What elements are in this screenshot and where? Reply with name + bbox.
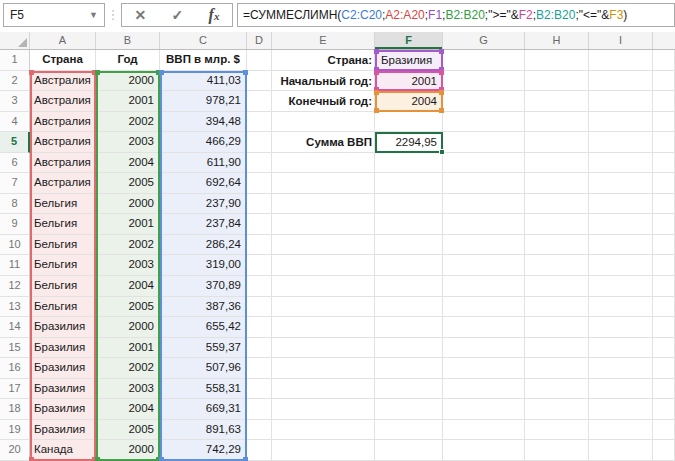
row-header[interactable]: 9	[0, 214, 30, 235]
empty-cell[interactable]	[525, 153, 589, 174]
column-header-c[interactable]: C	[160, 32, 247, 49]
empty-cell[interactable]	[525, 420, 589, 441]
cell-gdp[interactable]: 559,37	[160, 338, 247, 359]
empty-cell[interactable]	[375, 317, 443, 338]
cancel-icon[interactable]: ✕	[135, 7, 147, 23]
empty-cell[interactable]	[443, 173, 525, 194]
empty-cell[interactable]	[443, 112, 525, 133]
cell-year[interactable]: 2002	[96, 235, 160, 256]
empty-cell[interactable]	[375, 255, 443, 276]
empty-cell[interactable]	[272, 153, 375, 174]
empty-cell[interactable]	[525, 91, 589, 112]
empty-cell[interactable]	[375, 50, 443, 71]
cell-gdp[interactable]: 286,24	[160, 235, 247, 256]
empty-cell[interactable]	[589, 91, 653, 112]
empty-cell[interactable]	[272, 317, 375, 338]
empty-cell[interactable]	[375, 276, 443, 297]
empty-cell[interactable]	[589, 153, 653, 174]
empty-cell[interactable]	[247, 235, 272, 256]
cell-gdp[interactable]: 611,90	[160, 153, 247, 174]
label-country[interactable]: Страна:	[272, 50, 372, 71]
column-header-g[interactable]: G	[443, 32, 525, 49]
empty-cell[interactable]	[272, 297, 375, 318]
empty-cell[interactable]	[375, 132, 443, 153]
cell-year[interactable]: 2001	[96, 214, 160, 235]
cell-year[interactable]: 2002	[96, 358, 160, 379]
empty-cell[interactable]	[589, 235, 653, 256]
empty-cell[interactable]	[525, 399, 589, 420]
row-header[interactable]: 15	[0, 338, 30, 359]
empty-cell[interactable]	[443, 235, 525, 256]
empty-cell[interactable]	[443, 379, 525, 400]
cell-gdp[interactable]: 394,48	[160, 112, 247, 133]
empty-cell[interactable]	[443, 399, 525, 420]
cell-gdp[interactable]: 692,64	[160, 173, 247, 194]
empty-cell[interactable]	[272, 235, 375, 256]
cell-gdp[interactable]: 669,31	[160, 399, 247, 420]
empty-cell[interactable]	[525, 317, 589, 338]
label-start-year[interactable]: Начальный год:	[272, 71, 372, 92]
empty-cell[interactable]	[247, 132, 272, 153]
empty-cell[interactable]	[589, 399, 653, 420]
row-header[interactable]: 20	[0, 440, 30, 461]
empty-cell[interactable]	[589, 132, 653, 153]
cell-gdp[interactable]: 387,36	[160, 297, 247, 318]
empty-cell[interactable]	[443, 153, 525, 174]
empty-cell[interactable]	[375, 91, 443, 112]
empty-cell[interactable]	[375, 194, 443, 215]
empty-cell[interactable]	[247, 194, 272, 215]
cell-country[interactable]: Бразилия	[30, 420, 96, 441]
empty-cell[interactable]	[525, 338, 589, 359]
empty-cell[interactable]	[589, 214, 653, 235]
empty-cell[interactable]	[247, 214, 272, 235]
cell-country[interactable]: Австралия	[30, 112, 96, 133]
row-header[interactable]: 8	[0, 194, 30, 215]
label-gdp-sum[interactable]: Сумма ВВП	[272, 132, 372, 153]
empty-cell[interactable]	[272, 194, 375, 215]
empty-cell[interactable]	[443, 91, 525, 112]
empty-cell[interactable]	[589, 112, 653, 133]
cell-country[interactable]: Бразилия	[30, 358, 96, 379]
row-header[interactable]: 2	[0, 71, 30, 92]
empty-cell[interactable]	[525, 358, 589, 379]
empty-cell[interactable]	[589, 276, 653, 297]
empty-cell[interactable]	[443, 132, 525, 153]
empty-cell[interactable]	[375, 112, 443, 133]
empty-cell[interactable]	[443, 276, 525, 297]
cell-gdp[interactable]: 237,84	[160, 214, 247, 235]
empty-cell[interactable]	[443, 440, 525, 461]
cell-country[interactable]: Бельгия	[30, 194, 96, 215]
empty-cell[interactable]	[272, 420, 375, 441]
empty-cell[interactable]	[589, 255, 653, 276]
empty-cell[interactable]	[375, 173, 443, 194]
empty-cell[interactable]	[272, 379, 375, 400]
empty-cell[interactable]	[525, 255, 589, 276]
empty-cell[interactable]	[247, 173, 272, 194]
cell-year[interactable]: 2004	[96, 153, 160, 174]
cell-year[interactable]: 2001	[96, 338, 160, 359]
column-header-e[interactable]: E	[272, 32, 375, 49]
empty-cell[interactable]	[272, 440, 375, 461]
empty-cell[interactable]	[375, 338, 443, 359]
row-header[interactable]: 1	[0, 50, 30, 71]
column-header-f-selected[interactable]: F	[375, 32, 443, 49]
column-header-h[interactable]: H	[525, 32, 589, 49]
cell-gdp[interactable]: 507,96	[160, 358, 247, 379]
empty-cell[interactable]	[375, 358, 443, 379]
empty-cell[interactable]	[247, 276, 272, 297]
empty-cell[interactable]	[443, 317, 525, 338]
empty-cell[interactable]	[247, 255, 272, 276]
empty-cell[interactable]	[247, 399, 272, 420]
row-header[interactable]: 11	[0, 255, 30, 276]
empty-cell[interactable]	[525, 173, 589, 194]
header-year[interactable]: Год	[96, 50, 160, 71]
cell-gdp[interactable]: 891,63	[160, 420, 247, 441]
cell-country[interactable]: Бельгия	[30, 276, 96, 297]
cell-year[interactable]: 2002	[96, 112, 160, 133]
row-header[interactable]: 6	[0, 153, 30, 174]
column-header-i[interactable]: I	[589, 32, 653, 49]
empty-cell[interactable]	[375, 399, 443, 420]
empty-cell[interactable]	[272, 276, 375, 297]
empty-cell[interactable]	[247, 50, 272, 71]
empty-cell[interactable]	[443, 255, 525, 276]
